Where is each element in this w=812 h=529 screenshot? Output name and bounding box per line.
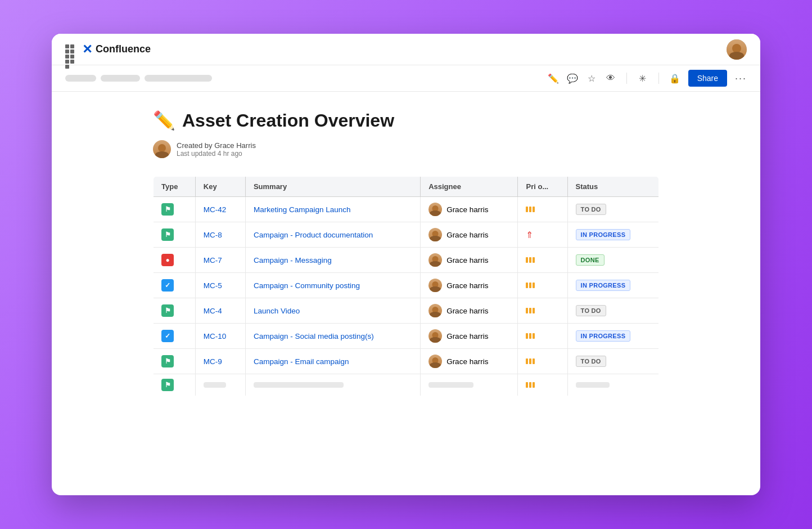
assignee-avatar	[428, 253, 442, 267]
table-row: ✓ MC-10 Campaign - Social media posting(…	[154, 324, 659, 349]
type-task-icon: ✓	[161, 330, 174, 342]
watch-icon[interactable]: 👁	[605, 73, 616, 84]
grid-menu-icon[interactable]	[65, 44, 75, 55]
issue-summary-link[interactable]: Campaign - Messaging	[254, 256, 332, 264]
type-task-icon: ✓	[161, 279, 174, 292]
browser-window: ✕ Confluence ✏️ 💬 ☆ 👁 ✳ 🔒 Share ···	[52, 34, 760, 495]
author-created-by: Created by Grace Harris	[177, 141, 256, 150]
issue-key-link[interactable]: MC-4	[204, 307, 222, 315]
table-row-partial: ⚑	[154, 374, 659, 396]
cell-key: MC-8	[195, 222, 245, 248]
table-row: ⚑ MC-4 Launch Video Grace harris TO DO	[154, 298, 659, 324]
author-meta: Created by Grace Harris Last updated 4 h…	[177, 141, 256, 158]
cell-key-partial	[195, 374, 245, 396]
cell-status: TO DO	[567, 197, 658, 222]
priority-high-icon: ⇑	[526, 230, 533, 240]
priority-medium-icon	[526, 283, 559, 288]
assignee-avatar	[428, 203, 442, 216]
cell-priority	[518, 248, 567, 273]
issue-key-link[interactable]: MC-10	[204, 332, 227, 340]
breadcrumb-item[interactable]	[101, 75, 140, 82]
assignee-cell: Grace harris	[428, 329, 509, 343]
issue-summary-link[interactable]: Campaign - Community posting	[254, 281, 360, 290]
breadcrumb-item[interactable]	[65, 75, 96, 82]
confluence-logo[interactable]: ✕ Confluence	[82, 42, 151, 57]
cell-assignee-partial	[421, 374, 518, 396]
lock-icon[interactable]: 🔒	[669, 73, 680, 84]
user-avatar[interactable]	[727, 39, 747, 60]
cell-summary: Campaign - Community posting	[245, 273, 420, 298]
issue-key-link[interactable]: MC-7	[204, 256, 222, 264]
ai-icon[interactable]: ✳	[637, 73, 648, 84]
cell-priority: ⇑	[518, 222, 567, 248]
cell-status: IN PROGRESS	[567, 222, 658, 248]
cell-key: MC-5	[195, 273, 245, 298]
type-story-icon: ⚑	[161, 355, 174, 367]
cell-assignee: Grace harris	[421, 248, 518, 273]
cell-key: MC-7	[195, 248, 245, 273]
type-story-icon-partial: ⚑	[161, 379, 174, 391]
placeholder	[576, 382, 610, 388]
table-row: ⚑ MC-9 Campaign - Email campaign Grace h…	[154, 349, 659, 374]
issue-summary-link[interactable]: Campaign - Product documentation	[254, 231, 373, 239]
type-story-icon: ⚑	[161, 203, 174, 216]
cell-type: ⚑	[154, 197, 196, 222]
type-story-icon: ⚑	[161, 228, 174, 241]
cell-priority	[518, 273, 567, 298]
cell-assignee: Grace harris	[421, 298, 518, 324]
comment-icon[interactable]: 💬	[567, 73, 578, 84]
more-options-icon[interactable]: ···	[735, 73, 747, 84]
type-story-icon: ⚑	[161, 304, 174, 317]
cell-assignee: Grace harris	[421, 197, 518, 222]
cell-type: ✓	[154, 324, 196, 349]
cell-priority	[518, 197, 567, 222]
author-avatar	[153, 140, 171, 158]
col-header-summary: Summary	[245, 177, 420, 197]
cell-summary: Campaign - Product documentation	[245, 222, 420, 248]
toolbar-divider	[626, 73, 627, 84]
priority-medium-icon	[526, 207, 559, 212]
author-last-updated: Last updated 4 hr ago	[177, 150, 256, 158]
issue-summary-link[interactable]: Campaign - Email campaign	[254, 357, 349, 366]
assignee-cell: Grace harris	[428, 203, 509, 216]
edit-icon[interactable]: ✏️	[548, 73, 559, 84]
cell-status-partial	[567, 374, 658, 396]
cell-status: DONE	[567, 248, 658, 273]
issue-summary-link[interactable]: Campaign - Social media posting(s)	[254, 332, 374, 340]
cell-assignee: Grace harris	[421, 324, 518, 349]
issue-key-link[interactable]: MC-9	[204, 357, 222, 366]
cell-status: IN PROGRESS	[567, 324, 658, 349]
status-badge: DONE	[576, 254, 605, 266]
cell-assignee: Grace harris	[421, 273, 518, 298]
col-header-key: Key	[195, 177, 245, 197]
issue-key-link[interactable]: MC-8	[204, 231, 222, 239]
table-row: ⚑ MC-8 Campaign - Product documentation …	[154, 222, 659, 248]
cell-type: ✓	[154, 273, 196, 298]
status-badge: IN PROGRESS	[576, 280, 631, 291]
issue-summary-link[interactable]: Launch Video	[254, 307, 300, 315]
star-icon[interactable]: ☆	[586, 73, 597, 84]
cell-key: MC-9	[195, 349, 245, 374]
author-area: Created by Grace Harris Last updated 4 h…	[153, 140, 659, 158]
assignee-name: Grace harris	[446, 307, 488, 315]
cell-status: IN PROGRESS	[567, 273, 658, 298]
cell-summary: Campaign - Email campaign	[245, 349, 420, 374]
assignee-cell: Grace harris	[428, 279, 509, 292]
page-emoji: ✏️	[153, 110, 175, 131]
table-row: ● MC-7 Campaign - Messaging Grace harris	[154, 248, 659, 273]
issue-summary-link[interactable]: Marketing Campaign Launch	[254, 205, 351, 214]
top-nav: ✕ Confluence	[52, 34, 760, 65]
issue-key-link[interactable]: MC-42	[204, 205, 227, 214]
cell-summary-partial	[245, 374, 420, 396]
cell-status: TO DO	[567, 298, 658, 324]
confluence-logo-icon: ✕	[82, 42, 92, 57]
placeholder	[204, 382, 226, 388]
issue-key-link[interactable]: MC-5	[204, 281, 222, 290]
cell-priority	[518, 298, 567, 324]
assignee-avatar	[428, 329, 442, 343]
status-badge: IN PROGRESS	[576, 330, 631, 342]
assignee-cell: Grace harris	[428, 304, 509, 317]
breadcrumb-item[interactable]	[145, 75, 212, 82]
share-button[interactable]: Share	[688, 70, 727, 87]
toolbar: ✏️ 💬 ☆ 👁 ✳ 🔒 Share ···	[52, 65, 760, 92]
